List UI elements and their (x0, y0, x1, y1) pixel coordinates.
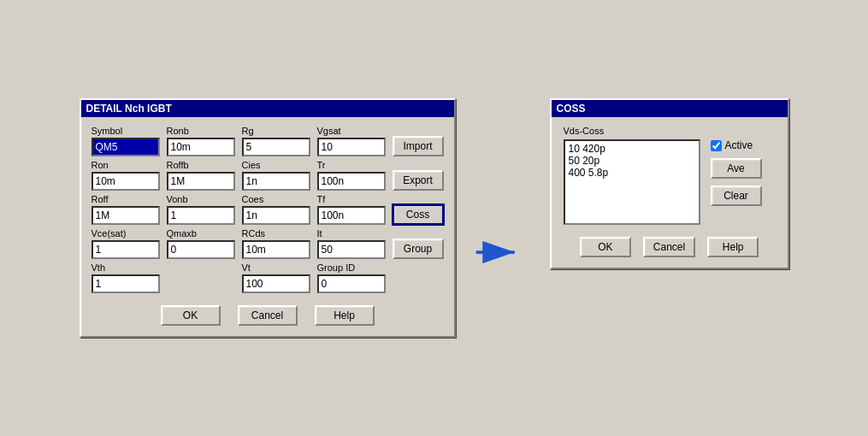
it-group: It (317, 228, 386, 259)
coss-section-label: Vds-Coss (564, 126, 776, 136)
roffb-label: Roffb (167, 160, 235, 170)
coss-dialog: COSS Vds-Coss Active Ave Clear OK Cancel… (550, 98, 789, 269)
coes-label: Coes (242, 194, 310, 204)
cies-group: Cies (242, 160, 310, 191)
group-button[interactable]: Group (393, 239, 444, 259)
vgsat-input[interactable] (317, 138, 386, 156)
ronb-input[interactable] (167, 138, 235, 156)
symbol-group: Symbol (92, 126, 160, 156)
roff-input[interactable] (92, 206, 160, 225)
vonb-label: Vonb (167, 194, 235, 204)
ron-label: Ron (92, 160, 160, 170)
it-label: It (317, 228, 386, 239)
main-dialog: DETAIL Nch IGBT Symbol Ronb Rg Vgsat (80, 98, 456, 338)
arrow-icon (473, 235, 524, 269)
tf-group: Tf (317, 194, 386, 225)
vonb-input[interactable] (167, 206, 235, 225)
main-help-button[interactable]: Help (315, 305, 375, 326)
active-checkbox[interactable] (711, 140, 722, 151)
arrow-container (473, 235, 524, 269)
export-button[interactable]: Export (393, 170, 444, 191)
active-checkbox-row: Active (711, 139, 753, 151)
groupid-group: Group ID (317, 262, 386, 293)
coes-input[interactable] (242, 206, 310, 225)
vonb-group: Vonb (167, 194, 235, 225)
rg-group: Rg (242, 126, 310, 156)
coes-group: Coes (242, 194, 310, 225)
vt-group: Vt (242, 262, 310, 293)
coss-body: Active Ave Clear (564, 139, 776, 225)
vt-input[interactable] (242, 274, 310, 293)
vcesat-input[interactable] (92, 240, 160, 259)
rg-label: Rg (242, 126, 310, 136)
tf-input[interactable] (317, 206, 386, 225)
symbol-label: Symbol (92, 126, 160, 136)
ron-input[interactable] (92, 172, 160, 191)
qmaxb-label: Qmaxb (167, 228, 235, 239)
empty-group (167, 262, 235, 293)
coss-ok-button[interactable]: OK (580, 237, 631, 257)
ronb-group: Ronb (167, 126, 235, 156)
vt-label: Vt (242, 262, 310, 273)
qmaxb-group: Qmaxb (167, 228, 235, 259)
tr-label: Tr (317, 160, 386, 170)
right-buttons: Import (393, 133, 444, 156)
ron-group: Ron (92, 160, 160, 191)
coss-dialog-buttons: OK Cancel Help (564, 237, 776, 257)
roff-group: Roff (92, 194, 160, 225)
vth-label: Vth (92, 262, 160, 273)
coss-button[interactable]: Coss (393, 204, 444, 225)
main-dialog-buttons: OK Cancel Help (92, 305, 444, 326)
qmaxb-input[interactable] (167, 240, 235, 259)
clear-button[interactable]: Clear (711, 186, 762, 206)
rcds-input[interactable] (242, 240, 310, 259)
main-ok-button[interactable]: OK (161, 305, 221, 326)
rg-input[interactable] (242, 138, 310, 156)
coss-dialog-title: COSS (552, 100, 788, 117)
cies-label: Cies (242, 160, 310, 170)
rcds-label: RCds (242, 228, 310, 239)
groupid-label: Group ID (317, 262, 386, 273)
cies-input[interactable] (242, 172, 310, 191)
main-dialog-title: DETAIL Nch IGBT (81, 100, 454, 117)
coss-right-panel: Active Ave Clear (711, 139, 762, 206)
rcds-group: RCds (242, 228, 310, 259)
import-button[interactable]: Import (393, 136, 444, 156)
it-input[interactable] (317, 240, 386, 259)
ave-button[interactable]: Ave (711, 158, 762, 179)
roffb-input[interactable] (167, 172, 235, 191)
vgsat-label: Vgsat (317, 126, 386, 136)
groupid-input[interactable] (317, 274, 386, 293)
tr-input[interactable] (317, 172, 386, 191)
vcesat-label: Vce(sat) (92, 228, 160, 239)
main-cancel-button[interactable]: Cancel (238, 305, 298, 326)
roffb-group: Roffb (167, 160, 235, 191)
tr-group: Tr (317, 160, 386, 191)
vgsat-group: Vgsat (317, 126, 386, 156)
vcesat-group: Vce(sat) (92, 228, 160, 259)
roff-label: Roff (92, 194, 160, 204)
tf-label: Tf (317, 194, 386, 204)
symbol-input[interactable] (92, 138, 160, 156)
vth-input[interactable] (92, 274, 160, 293)
ronb-label: Ronb (167, 126, 235, 136)
coss-cancel-button[interactable]: Cancel (643, 237, 695, 257)
coss-help-button[interactable]: Help (707, 237, 759, 257)
coss-textarea[interactable] (564, 139, 700, 225)
active-label: Active (725, 139, 753, 151)
vth-group: Vth (92, 262, 160, 293)
